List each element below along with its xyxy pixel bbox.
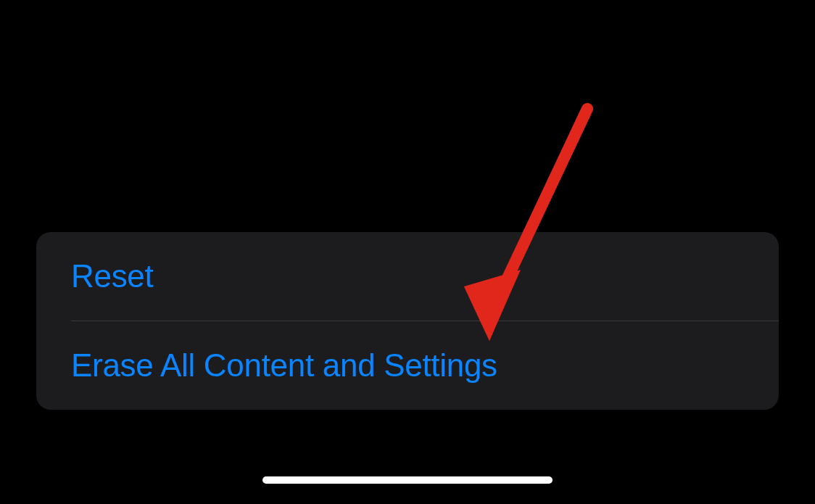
erase-all-label: Erase All Content and Settings xyxy=(71,347,497,383)
erase-all-row[interactable]: Erase All Content and Settings xyxy=(36,321,779,410)
reset-row[interactable]: Reset xyxy=(36,232,779,321)
settings-card: Reset Erase All Content and Settings xyxy=(36,232,779,410)
home-indicator[interactable] xyxy=(262,476,553,484)
reset-label: Reset xyxy=(71,258,153,294)
